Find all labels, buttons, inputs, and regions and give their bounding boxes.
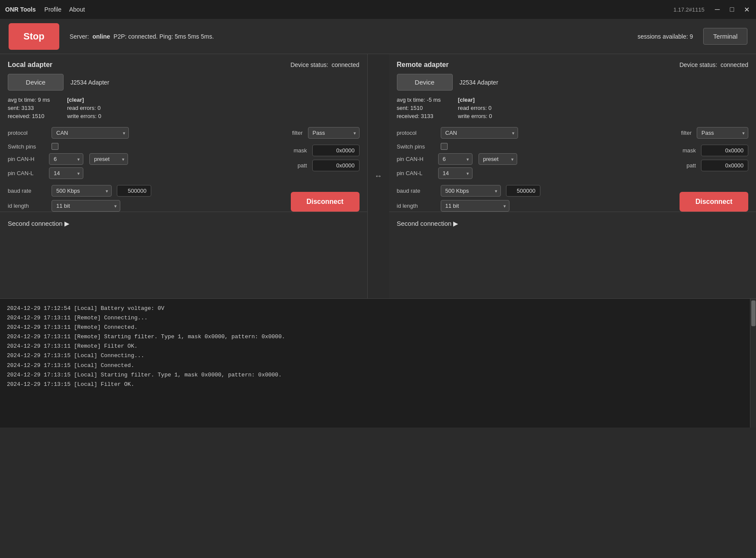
local-baud-row: baud rate 500 Kbps — [8, 185, 151, 197]
local-filter-select-wrapper: Pass — [308, 127, 360, 139]
local-protocol-select[interactable]: CAN — [52, 127, 129, 139]
remote-pins-section: Switch pins pin CAN-H 6 preset — [397, 143, 517, 179]
local-stats-left: avg tx time: 9 ms sent: 3133 received: 1… — [8, 97, 50, 119]
local-write-errors: write errors: 0 — [67, 113, 101, 119]
remote-switch-pins-checkbox[interactable] — [441, 143, 448, 150]
remote-received: received: 3133 — [397, 113, 441, 119]
remote-id-length-label: id length — [397, 203, 436, 209]
local-stats-row: avg tx time: 9 ms sent: 3133 received: 1… — [8, 97, 360, 119]
local-clear-link[interactable]: [clear] — [67, 97, 101, 103]
remote-filter-label: filter — [666, 130, 692, 136]
local-filter-label: filter — [277, 130, 303, 136]
remote-baud-input[interactable] — [506, 185, 540, 197]
log-scrollbar[interactable] — [750, 299, 756, 428]
local-pins-section: Switch pins pin CAN-H 6 preset — [8, 143, 128, 179]
stop-button[interactable]: Stop — [9, 23, 59, 50]
local-mask-input[interactable] — [312, 145, 360, 156]
p2p-status: P2P: connected. Ping: 5ms 5ms 5ms. — [113, 33, 213, 40]
local-baud-idlength-section: baud rate 500 Kbps id length 11 bit — [8, 185, 151, 212]
local-baud-label: baud rate — [8, 188, 46, 194]
terminal-button[interactable]: Terminal — [703, 28, 747, 45]
remote-filter-select[interactable]: Pass — [697, 127, 748, 139]
local-id-length-label: id length — [8, 203, 46, 209]
maximize-button[interactable]: □ — [728, 6, 736, 14]
remote-pin-canh-select[interactable]: 6 — [438, 153, 472, 165]
menu-about[interactable]: About — [69, 6, 85, 13]
remote-second-connection-bar[interactable]: Second connection ▶ — [389, 212, 756, 235]
app-title: ONR Tools — [5, 6, 36, 13]
local-mask-row: mask — [286, 145, 360, 156]
local-sent: sent: 3133 — [8, 105, 50, 111]
local-baud-select[interactable]: 500 Kbps — [52, 185, 112, 197]
log-area[interactable]: 2024-12-29 17:12:54 [Local] Battery volt… — [0, 299, 750, 428]
local-switch-pins-checkbox[interactable] — [52, 143, 58, 150]
arrow-icon: ↔ — [375, 172, 382, 181]
local-pin-canh-row: pin CAN-H 6 preset — [8, 153, 128, 165]
remote-preset-select[interactable]: preset — [479, 153, 517, 165]
remote-pins-mask-row: Switch pins pin CAN-H 6 preset — [397, 143, 749, 179]
local-protocol-section: protocol CAN — [8, 127, 129, 139]
remote-clear-link[interactable]: [clear] — [458, 97, 492, 103]
scrollbar-thumb[interactable] — [751, 300, 756, 326]
local-pin-canh-select[interactable]: 6 — [49, 153, 83, 165]
local-read-errors: read errors: 0 — [67, 105, 101, 111]
remote-write-errors: write errors: 0 — [458, 113, 492, 119]
remote-mask-input[interactable] — [701, 145, 748, 156]
sessions-label: sessions available: 9 — [637, 33, 693, 40]
local-mask-label: mask — [286, 147, 307, 154]
remote-stats-row: avg tx time: -5 ms sent: 1510 received: … — [397, 97, 749, 119]
local-protocol-label: protocol — [8, 130, 46, 136]
log-line: 2024-12-29 17:13:15 [Local] Filter OK. — [7, 380, 743, 389]
toolbar: Stop Server: online P2P: connected. Ping… — [0, 19, 756, 54]
minimize-button[interactable]: ─ — [713, 6, 722, 14]
local-protocol-filter-row: protocol CAN filter Pass — [8, 127, 360, 139]
remote-protocol-select[interactable]: CAN — [441, 127, 518, 139]
local-device-row: Device J2534 Adapter — [8, 74, 360, 91]
local-id-length-select[interactable]: 11 bit — [52, 200, 120, 212]
log-line: 2024-12-29 17:13:11 [Remote] Connected. — [7, 323, 743, 332]
local-stats-right: [clear] read errors: 0 write errors: 0 — [67, 97, 101, 119]
remote-device-button[interactable]: Device — [397, 74, 453, 91]
remote-baud-idlength-section: baud rate 500 Kbps id length 11 bit — [397, 185, 540, 212]
log-line: 2024-12-29 17:13:11 [Remote] Connecting.… — [7, 313, 743, 323]
log-container: 2024-12-29 17:12:54 [Local] Battery volt… — [0, 299, 756, 428]
titlebar-menu: Profile About — [44, 6, 85, 13]
remote-mask-row: mask — [674, 145, 748, 156]
remote-pin-canh-row: pin CAN-H 6 preset — [397, 153, 517, 165]
remote-adapter-title: Remote adapter — [397, 61, 449, 69]
server-label: Server: — [70, 33, 89, 40]
local-protocol-select-wrapper: CAN — [52, 127, 129, 139]
local-device-button[interactable]: Device — [8, 74, 64, 91]
local-second-connection-bar[interactable]: Second connection ▶ — [0, 212, 367, 235]
close-button[interactable]: ✕ — [742, 6, 751, 14]
remote-baud-select[interactable]: 500 Kbps — [441, 185, 501, 197]
local-baud-input[interactable] — [117, 185, 151, 197]
version-label: 1.17.2#1115 — [674, 6, 704, 13]
remote-pin-canl-select[interactable]: 14 — [438, 167, 472, 179]
local-baud-disconnect-row: baud rate 500 Kbps id length 11 bit — [8, 185, 360, 212]
remote-disconnect-button[interactable]: Disconnect — [680, 192, 748, 212]
remote-stats-left: avg tx time: -5 ms sent: 1510 received: … — [397, 97, 441, 119]
remote-adapter-header: Remote adapter Device status: connected — [397, 61, 749, 69]
remote-device-status: Device status: connected — [680, 61, 748, 68]
remote-avg-tx: avg tx time: -5 ms — [397, 97, 441, 103]
local-preset-select[interactable]: preset — [89, 153, 128, 165]
remote-patt-input[interactable] — [701, 160, 748, 171]
local-filter-select[interactable]: Pass — [308, 127, 360, 139]
local-disconnect-button[interactable]: Disconnect — [291, 192, 360, 212]
log-line: 2024-12-29 17:13:11 [Remote] Starting fi… — [7, 332, 743, 342]
local-received: received: 1510 — [8, 113, 50, 119]
local-patt-input[interactable] — [312, 160, 360, 171]
remote-mask-label: mask — [674, 147, 696, 154]
menu-profile[interactable]: Profile — [44, 6, 61, 13]
remote-mask-patt-section: mask patt — [674, 145, 748, 179]
local-avg-tx: avg tx time: 9 ms — [8, 97, 50, 103]
local-switch-pins-label: Switch pins — [8, 143, 46, 150]
local-pin-canl-select[interactable]: 14 — [49, 167, 83, 179]
remote-id-length-select[interactable]: 11 bit — [441, 200, 509, 212]
local-adapter-panel: Local adapter Device status: connected D… — [0, 54, 368, 298]
remote-patt-label: patt — [674, 162, 696, 169]
remote-stats-right: [clear] read errors: 0 write errors: 0 — [458, 97, 492, 119]
remote-baud-row: baud rate 500 Kbps — [397, 185, 540, 197]
local-patt-label: patt — [286, 162, 307, 169]
